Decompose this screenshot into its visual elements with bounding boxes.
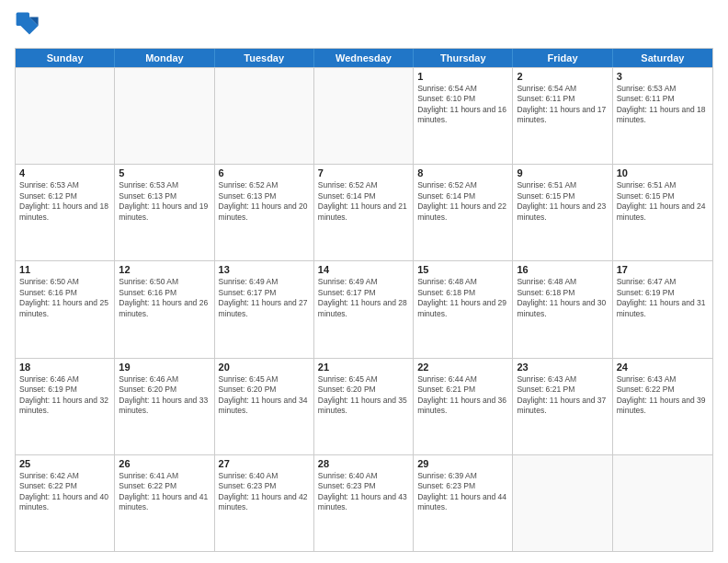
day-cell-9: 9Sunrise: 6:51 AM Sunset: 6:15 PM Daylig… [513, 165, 612, 260]
day-cell-empty-0-0 [16, 68, 115, 164]
day-info: Sunrise: 6:40 AM Sunset: 6:23 PM Dayligh… [219, 471, 310, 513]
day-number: 12 [119, 264, 210, 275]
day-cell-4: 4Sunrise: 6:53 AM Sunset: 6:12 PM Daylig… [16, 165, 115, 260]
day-number: 29 [417, 458, 508, 469]
day-cell-21: 21Sunrise: 6:45 AM Sunset: 6:20 PM Dayli… [314, 359, 414, 454]
day-number: 16 [517, 264, 608, 275]
day-number: 15 [417, 264, 508, 275]
day-info: Sunrise: 6:47 AM Sunset: 6:19 PM Dayligh… [617, 277, 709, 319]
weekday-header-monday: Monday [115, 49, 214, 67]
day-info: Sunrise: 6:53 AM Sunset: 6:13 PM Dayligh… [119, 180, 210, 223]
day-number: 27 [219, 458, 310, 469]
day-cell-2: 2Sunrise: 6:54 AM Sunset: 6:11 PM Daylig… [513, 68, 612, 164]
day-cell-24: 24Sunrise: 6:43 AM Sunset: 6:22 PM Dayli… [613, 359, 712, 454]
day-info: Sunrise: 6:48 AM Sunset: 6:18 PM Dayligh… [517, 277, 608, 319]
day-cell-18: 18Sunrise: 6:46 AM Sunset: 6:19 PM Dayli… [16, 359, 115, 454]
day-info: Sunrise: 6:45 AM Sunset: 6:20 PM Dayligh… [318, 374, 409, 417]
day-info: Sunrise: 6:54 AM Sunset: 6:11 PM Dayligh… [517, 84, 608, 126]
day-info: Sunrise: 6:40 AM Sunset: 6:23 PM Dayligh… [318, 471, 409, 513]
day-cell-empty-0-2 [215, 68, 314, 164]
day-number: 19 [119, 362, 210, 373]
day-info: Sunrise: 6:49 AM Sunset: 6:17 PM Dayligh… [219, 277, 310, 319]
calendar-row-1: 4Sunrise: 6:53 AM Sunset: 6:12 PM Daylig… [16, 164, 712, 260]
day-number: 20 [219, 362, 310, 373]
day-cell-5: 5Sunrise: 6:53 AM Sunset: 6:13 PM Daylig… [115, 165, 214, 260]
day-info: Sunrise: 6:50 AM Sunset: 6:16 PM Dayligh… [19, 277, 110, 319]
day-info: Sunrise: 6:41 AM Sunset: 6:22 PM Dayligh… [119, 471, 210, 513]
day-info: Sunrise: 6:51 AM Sunset: 6:15 PM Dayligh… [517, 180, 608, 223]
day-info: Sunrise: 6:53 AM Sunset: 6:12 PM Dayligh… [19, 180, 110, 223]
day-number: 24 [617, 362, 709, 373]
day-number: 2 [517, 71, 608, 82]
weekday-header-wednesday: Wednesday [314, 49, 414, 67]
day-info: Sunrise: 6:49 AM Sunset: 6:17 PM Dayligh… [318, 277, 409, 319]
day-cell-17: 17Sunrise: 6:47 AM Sunset: 6:19 PM Dayli… [613, 261, 712, 357]
day-info: Sunrise: 6:54 AM Sunset: 6:10 PM Dayligh… [417, 84, 508, 126]
day-cell-empty-0-3 [314, 68, 414, 164]
day-cell-26: 26Sunrise: 6:41 AM Sunset: 6:22 PM Dayli… [115, 455, 214, 551]
day-number: 26 [119, 458, 210, 469]
day-number: 14 [318, 264, 409, 275]
day-info: Sunrise: 6:42 AM Sunset: 6:22 PM Dayligh… [19, 471, 110, 513]
day-cell-8: 8Sunrise: 6:52 AM Sunset: 6:14 PM Daylig… [414, 165, 513, 260]
weekday-header-saturday: Saturday [613, 49, 712, 67]
day-cell-14: 14Sunrise: 6:49 AM Sunset: 6:17 PM Dayli… [314, 261, 414, 357]
day-cell-1: 1Sunrise: 6:54 AM Sunset: 6:10 PM Daylig… [414, 68, 513, 164]
day-cell-empty-4-5 [513, 455, 612, 551]
day-number: 21 [318, 362, 409, 373]
header [15, 11, 713, 40]
day-cell-10: 10Sunrise: 6:51 AM Sunset: 6:15 PM Dayli… [613, 165, 712, 260]
day-cell-7: 7Sunrise: 6:52 AM Sunset: 6:14 PM Daylig… [314, 165, 414, 260]
day-info: Sunrise: 6:45 AM Sunset: 6:20 PM Dayligh… [219, 374, 310, 417]
day-cell-6: 6Sunrise: 6:52 AM Sunset: 6:13 PM Daylig… [215, 165, 314, 260]
logo-icon [15, 11, 44, 40]
day-cell-3: 3Sunrise: 6:53 AM Sunset: 6:11 PM Daylig… [613, 68, 712, 164]
weekday-header-friday: Friday [513, 49, 612, 67]
calendar: SundayMondayTuesdayWednesdayThursdayFrid… [15, 48, 713, 552]
day-cell-19: 19Sunrise: 6:46 AM Sunset: 6:20 PM Dayli… [115, 359, 214, 454]
day-number: 7 [318, 167, 409, 178]
calendar-row-3: 18Sunrise: 6:46 AM Sunset: 6:19 PM Dayli… [16, 358, 712, 454]
calendar-row-4: 25Sunrise: 6:42 AM Sunset: 6:22 PM Dayli… [16, 454, 712, 551]
day-info: Sunrise: 6:46 AM Sunset: 6:20 PM Dayligh… [119, 374, 210, 417]
weekday-header-tuesday: Tuesday [215, 49, 314, 67]
day-info: Sunrise: 6:44 AM Sunset: 6:21 PM Dayligh… [417, 374, 508, 417]
weekday-header-sunday: Sunday [16, 49, 115, 67]
day-number: 9 [517, 167, 608, 178]
day-cell-16: 16Sunrise: 6:48 AM Sunset: 6:18 PM Dayli… [513, 261, 612, 357]
day-number: 6 [219, 167, 310, 178]
day-number: 17 [617, 264, 709, 275]
day-info: Sunrise: 6:50 AM Sunset: 6:16 PM Dayligh… [119, 277, 210, 319]
day-cell-12: 12Sunrise: 6:50 AM Sunset: 6:16 PM Dayli… [115, 261, 214, 357]
day-number: 11 [19, 264, 110, 275]
day-number: 18 [19, 362, 110, 373]
calendar-row-2: 11Sunrise: 6:50 AM Sunset: 6:16 PM Dayli… [16, 260, 712, 357]
day-cell-27: 27Sunrise: 6:40 AM Sunset: 6:23 PM Dayli… [215, 455, 314, 551]
day-info: Sunrise: 6:48 AM Sunset: 6:18 PM Dayligh… [417, 277, 508, 319]
day-cell-25: 25Sunrise: 6:42 AM Sunset: 6:22 PM Dayli… [16, 455, 115, 551]
day-number: 22 [417, 362, 508, 373]
day-info: Sunrise: 6:52 AM Sunset: 6:14 PM Dayligh… [318, 180, 409, 223]
day-cell-empty-0-1 [115, 68, 214, 164]
day-info: Sunrise: 6:52 AM Sunset: 6:14 PM Dayligh… [417, 180, 508, 223]
day-info: Sunrise: 6:39 AM Sunset: 6:23 PM Dayligh… [417, 471, 508, 513]
day-info: Sunrise: 6:43 AM Sunset: 6:21 PM Dayligh… [517, 374, 608, 417]
day-info: Sunrise: 6:53 AM Sunset: 6:11 PM Dayligh… [617, 84, 709, 126]
day-cell-22: 22Sunrise: 6:44 AM Sunset: 6:21 PM Dayli… [414, 359, 513, 454]
logo [15, 11, 48, 40]
day-cell-20: 20Sunrise: 6:45 AM Sunset: 6:20 PM Dayli… [215, 359, 314, 454]
day-info: Sunrise: 6:46 AM Sunset: 6:19 PM Dayligh… [19, 374, 110, 417]
calendar-header-row: SundayMondayTuesdayWednesdayThursdayFrid… [16, 49, 712, 67]
day-cell-empty-4-6 [613, 455, 712, 551]
day-info: Sunrise: 6:43 AM Sunset: 6:22 PM Dayligh… [617, 374, 709, 417]
day-number: 13 [219, 264, 310, 275]
day-number: 25 [19, 458, 110, 469]
weekday-header-thursday: Thursday [414, 49, 513, 67]
day-number: 4 [19, 167, 110, 178]
day-info: Sunrise: 6:52 AM Sunset: 6:13 PM Dayligh… [219, 180, 310, 223]
page: SundayMondayTuesdayWednesdayThursdayFrid… [0, 0, 728, 563]
calendar-body: 1Sunrise: 6:54 AM Sunset: 6:10 PM Daylig… [16, 67, 712, 551]
day-info: Sunrise: 6:51 AM Sunset: 6:15 PM Dayligh… [617, 180, 709, 223]
day-cell-11: 11Sunrise: 6:50 AM Sunset: 6:16 PM Dayli… [16, 261, 115, 357]
day-cell-23: 23Sunrise: 6:43 AM Sunset: 6:21 PM Dayli… [513, 359, 612, 454]
